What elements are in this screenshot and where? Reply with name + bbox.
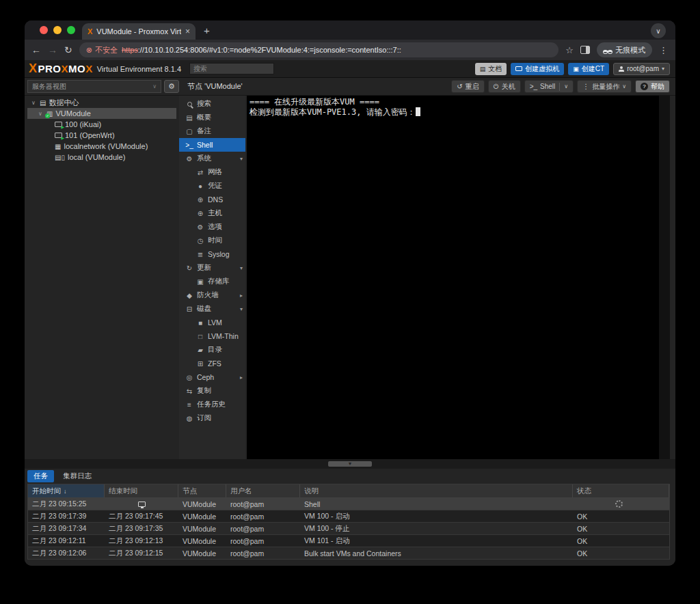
minimize-window-button[interactable]	[53, 26, 62, 34]
menu-item-time[interactable]: ◷时间	[179, 234, 245, 247]
menu-item-directory[interactable]: ▰目录	[179, 343, 245, 357]
cube-icon: ▣	[573, 66, 579, 72]
menu-item-shell[interactable]: >_Shell	[179, 138, 245, 152]
close-window-button[interactable]	[40, 26, 48, 34]
storage-icon: ▤▯	[55, 154, 65, 161]
chevron-down-icon: ▾	[240, 265, 243, 271]
restart-button[interactable]: ↺重启	[451, 80, 484, 93]
create-ct-button[interactable]: ▣ 创建CT	[568, 63, 609, 75]
terminal-scrollbar[interactable]	[659, 96, 670, 459]
menu-item-lvm[interactable]: ■LVM	[179, 316, 245, 329]
menu-item-repositories[interactable]: ▣存储库	[179, 275, 245, 288]
menu-item-hosts[interactable]: ⊕主机	[179, 206, 245, 220]
column-user[interactable]: 用户名	[226, 484, 300, 497]
node-panel: 搜索 ▤概要 ▢备注 >_Shell ⚙系统▾ ⇄网络 ●凭证 ⊕DNS ⊕主机…	[179, 96, 670, 459]
table-row[interactable]: 二月 23 09:17:34 二月 23 09:17:35 VUModule r…	[28, 523, 669, 535]
tab-search-chevron-icon[interactable]: ∨	[651, 23, 666, 38]
list-icon: ≣	[196, 251, 204, 258]
close-tab-icon[interactable]: ×	[185, 27, 190, 36]
restart-icon: ↺	[457, 83, 462, 90]
browser-menu-icon[interactable]: ⋮	[659, 45, 669, 55]
view-select[interactable]: 服务器视图 ∨	[27, 80, 161, 93]
menu-item-zfs[interactable]: ⊞ZFS	[179, 357, 245, 370]
menu-item-updates[interactable]: ↻更新▾	[179, 261, 245, 275]
console-icon[interactable]	[138, 502, 146, 507]
not-secure-icon: ⊗	[86, 46, 92, 55]
menu-item-summary[interactable]: ▤概要	[179, 111, 245, 124]
bulk-actions-button[interactable]: ⋮批量操作 ∨	[577, 80, 632, 93]
menu-item-certificates[interactable]: ●凭证	[179, 179, 245, 193]
view-settings-button[interactable]: ⚙	[164, 80, 179, 93]
search-icon	[187, 102, 192, 107]
tree-item-node-vumodule[interactable]: ∨ ▥✓ VUModule	[27, 108, 176, 119]
column-node[interactable]: 节点	[178, 484, 226, 497]
table-row[interactable]: 二月 23 09:15:25 VUModule root@pam Shell	[28, 498, 669, 510]
panel-splitter[interactable]: ▼	[25, 459, 675, 469]
terminal[interactable]: ==== 在线升级最新版本VUM ==== 检测到最新版本VUM-PVE1.3,…	[247, 96, 659, 459]
book-icon: ▤	[185, 114, 193, 122]
menu-item-dns[interactable]: ⊕DNS	[179, 193, 245, 206]
table-row[interactable]: 二月 23 09:12:11 二月 23 09:12:13 VUModule r…	[28, 535, 669, 547]
address-bar[interactable]: ⊗ 不安全 https://10.10.10.254:8006/#v1:0:=n…	[79, 42, 559, 57]
terminal-icon: >_	[185, 141, 193, 149]
menu-item-search[interactable]: 搜索	[179, 97, 245, 111]
menu-item-subscription[interactable]: ◍订阅	[179, 411, 245, 425]
tree-item-storage-local[interactable]: ▤▯ local (VUModule)	[27, 152, 176, 163]
menu-item-syslog[interactable]: ≣Syslog	[179, 247, 245, 261]
bookmark-star-icon[interactable]: ☆	[565, 45, 574, 55]
tree-item-vm-101[interactable]: 101 (OpenWrt)	[27, 130, 176, 141]
zoom-window-button[interactable]	[67, 26, 75, 34]
menu-item-firewall[interactable]: ◆防火墙▸	[179, 288, 245, 302]
menu-item-notes[interactable]: ▢备注	[179, 124, 245, 138]
tree-item-storage-localnetwork[interactable]: ▦ localnetwork (VUModule)	[27, 141, 176, 152]
spinner-icon	[615, 500, 623, 508]
back-icon[interactable]: ←	[31, 44, 41, 55]
side-panel-icon[interactable]	[580, 46, 590, 54]
new-tab-button[interactable]: +	[196, 20, 218, 40]
help-button[interactable]: ?帮助	[635, 80, 670, 93]
column-description[interactable]: 说明	[300, 484, 573, 497]
global-search-input[interactable]	[189, 63, 274, 74]
create-vm-button[interactable]: 创建虚拟机	[511, 63, 564, 75]
datacenter-icon: ▤	[40, 99, 46, 107]
menu-item-lvm-thin[interactable]: □LVM-Thin	[179, 329, 245, 343]
shutdown-button[interactable]: ⏻关机	[488, 80, 521, 93]
chevron-down-icon: ∨	[622, 83, 626, 90]
table-row[interactable]: 二月 23 09:12:06 二月 23 09:12:15 VUModule r…	[28, 547, 669, 560]
node-online-icon: ▥✓	[46, 110, 53, 118]
sub-header: 服务器视图 ∨ ⚙ 节点 'VUModule' ↺重启 ⏻关机 >_Shell …	[25, 78, 675, 96]
node-panel-title: 节点 'VUModule'	[187, 81, 243, 92]
shell-button[interactable]: >_Shell ∨	[524, 80, 574, 93]
menu-item-options[interactable]: ⚙选项	[179, 220, 245, 234]
menu-item-network[interactable]: ⇄网络	[179, 165, 245, 179]
forward-icon[interactable]: →	[48, 44, 57, 55]
ellipsis-icon: ⋮	[582, 83, 589, 90]
menu-item-replication[interactable]: ⇆复制	[179, 384, 245, 398]
tree-item-datacenter[interactable]: ∨ ▤ 数据中心	[27, 97, 176, 108]
column-start-time[interactable]: 开始时间↓	[28, 484, 105, 497]
menu-item-system[interactable]: ⚙系统▾	[179, 152, 245, 165]
menu-item-task-history[interactable]: ≡任务历史	[179, 398, 245, 411]
tab-cluster-log[interactable]: 集群日志	[57, 470, 98, 482]
column-status[interactable]: 状态	[573, 484, 669, 497]
splitter-handle[interactable]: ▼	[328, 461, 372, 467]
gears-icon: ⚙	[185, 155, 193, 163]
browser-tab[interactable]: X VUModule - Proxmox Virtual E ×	[82, 23, 196, 40]
collapse-icon[interactable]: ∨	[30, 100, 37, 106]
menu-item-disks[interactable]: ⊟磁盘▾	[179, 302, 245, 316]
documentation-button[interactable]: ▤ 文档	[475, 63, 507, 75]
repository-icon: ▣	[196, 278, 204, 286]
reload-icon[interactable]: ↻	[64, 44, 72, 55]
column-end-time[interactable]: 结束时间	[105, 484, 178, 497]
menu-item-ceph[interactable]: ◎Ceph▸	[179, 370, 245, 384]
note-icon: ▢	[185, 128, 193, 135]
user-menu-button[interactable]: root@pam ▾	[613, 63, 670, 75]
collapse-icon[interactable]: ∨	[37, 111, 44, 117]
ceph-icon: ◎	[185, 374, 193, 381]
table-row[interactable]: 二月 23 09:17:39 二月 23 09:17:45 VUModule r…	[28, 510, 669, 523]
vm-running-icon	[55, 133, 62, 138]
tab-tasks[interactable]: 任务	[27, 470, 54, 482]
tree-item-vm-100[interactable]: 100 (iKuai)	[27, 119, 176, 130]
chevron-right-icon: ▸	[240, 292, 243, 299]
not-secure-badge[interactable]: ⊗ 不安全	[86, 45, 118, 55]
